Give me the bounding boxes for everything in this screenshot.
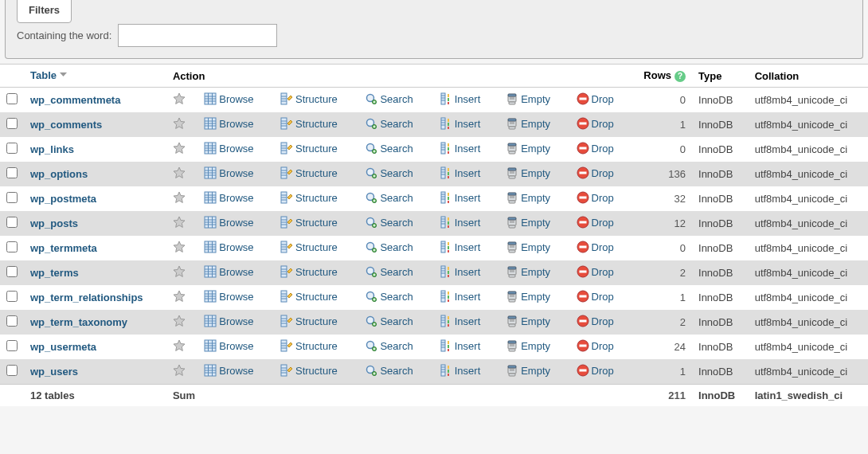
col-type[interactable]: Type bbox=[692, 65, 749, 88]
insert-action[interactable]: Insert bbox=[437, 191, 483, 204]
table-name-link[interactable]: wp_users bbox=[30, 366, 78, 378]
insert-action[interactable]: Insert bbox=[437, 364, 483, 377]
empty-action[interactable]: Empty bbox=[503, 241, 553, 253]
search-action[interactable]: Search bbox=[362, 142, 415, 155]
insert-action[interactable]: Insert bbox=[437, 117, 483, 130]
row-checkbox[interactable] bbox=[6, 291, 18, 302]
favorite-star-icon[interactable] bbox=[173, 244, 186, 256]
browse-action[interactable]: Browse bbox=[201, 92, 256, 105]
empty-action[interactable]: Empty bbox=[503, 191, 553, 204]
insert-action[interactable]: Insert bbox=[437, 166, 483, 179]
row-checkbox[interactable] bbox=[6, 365, 18, 376]
insert-action[interactable]: Insert bbox=[437, 142, 483, 155]
drop-action[interactable]: Drop bbox=[574, 142, 616, 155]
structure-action[interactable]: Structure bbox=[278, 166, 340, 179]
insert-action[interactable]: Insert bbox=[437, 339, 483, 352]
row-checkbox[interactable] bbox=[6, 217, 18, 228]
drop-action[interactable]: Drop bbox=[574, 364, 616, 377]
empty-action[interactable]: Empty bbox=[503, 166, 553, 179]
browse-action[interactable]: Browse bbox=[201, 166, 256, 179]
insert-action[interactable]: Insert bbox=[437, 265, 483, 278]
browse-action[interactable]: Browse bbox=[201, 216, 256, 229]
browse-action[interactable]: Browse bbox=[201, 117, 256, 130]
table-name-link[interactable]: wp_commentmeta bbox=[30, 94, 120, 106]
search-action[interactable]: Search bbox=[362, 241, 415, 253]
search-action[interactable]: Search bbox=[362, 166, 415, 179]
col-rows[interactable]: Rows? bbox=[630, 65, 692, 88]
favorite-star-icon[interactable] bbox=[173, 268, 186, 280]
empty-action[interactable]: Empty bbox=[503, 290, 553, 303]
favorite-star-icon[interactable] bbox=[173, 170, 186, 182]
favorite-star-icon[interactable] bbox=[173, 219, 186, 231]
filters-tab[interactable]: Filters bbox=[17, 0, 72, 23]
favorite-star-icon[interactable] bbox=[173, 96, 186, 108]
table-name-link[interactable]: wp_comments bbox=[30, 119, 102, 131]
structure-action[interactable]: Structure bbox=[278, 216, 340, 229]
favorite-star-icon[interactable] bbox=[173, 318, 186, 330]
empty-action[interactable]: Empty bbox=[503, 265, 553, 278]
structure-action[interactable]: Structure bbox=[278, 241, 340, 253]
favorite-star-icon[interactable] bbox=[173, 293, 186, 305]
table-name-link[interactable]: wp_usermeta bbox=[30, 341, 96, 353]
drop-action[interactable]: Drop bbox=[574, 92, 616, 105]
browse-action[interactable]: Browse bbox=[201, 290, 256, 303]
structure-action[interactable]: Structure bbox=[278, 290, 340, 303]
insert-action[interactable]: Insert bbox=[437, 290, 483, 303]
empty-action[interactable]: Empty bbox=[503, 315, 553, 327]
structure-action[interactable]: Structure bbox=[278, 117, 340, 130]
structure-action[interactable]: Structure bbox=[278, 142, 340, 155]
search-action[interactable]: Search bbox=[362, 265, 415, 278]
search-action[interactable]: Search bbox=[362, 315, 415, 327]
browse-action[interactable]: Browse bbox=[201, 339, 256, 352]
search-action[interactable]: Search bbox=[362, 117, 415, 130]
drop-action[interactable]: Drop bbox=[574, 191, 616, 204]
browse-action[interactable]: Browse bbox=[201, 191, 256, 204]
row-checkbox[interactable] bbox=[6, 340, 18, 351]
browse-action[interactable]: Browse bbox=[201, 142, 256, 155]
drop-action[interactable]: Drop bbox=[574, 216, 616, 229]
table-name-link[interactable]: wp_postmeta bbox=[30, 193, 96, 205]
table-name-link[interactable]: wp_term_relationships bbox=[30, 292, 143, 303]
empty-action[interactable]: Empty bbox=[503, 92, 553, 105]
table-name-link[interactable]: wp_term_taxonomy bbox=[30, 316, 127, 328]
browse-action[interactable]: Browse bbox=[201, 364, 256, 377]
drop-action[interactable]: Drop bbox=[574, 290, 616, 303]
browse-action[interactable]: Browse bbox=[201, 241, 256, 253]
search-action[interactable]: Search bbox=[362, 191, 415, 204]
empty-action[interactable]: Empty bbox=[503, 216, 553, 229]
search-action[interactable]: Search bbox=[362, 92, 415, 105]
row-checkbox[interactable] bbox=[6, 315, 18, 327]
favorite-star-icon[interactable] bbox=[173, 145, 186, 157]
structure-action[interactable]: Structure bbox=[278, 92, 340, 105]
table-name-link[interactable]: wp_posts bbox=[30, 217, 78, 229]
favorite-star-icon[interactable] bbox=[173, 120, 186, 132]
col-table[interactable]: Table bbox=[24, 65, 166, 88]
search-action[interactable]: Search bbox=[362, 290, 415, 303]
row-checkbox[interactable] bbox=[6, 118, 18, 129]
empty-action[interactable]: Empty bbox=[503, 364, 553, 377]
favorite-star-icon[interactable] bbox=[173, 194, 186, 206]
browse-action[interactable]: Browse bbox=[201, 315, 256, 327]
table-name-link[interactable]: wp_termmeta bbox=[30, 242, 97, 254]
structure-action[interactable]: Structure bbox=[278, 265, 340, 278]
empty-action[interactable]: Empty bbox=[503, 339, 553, 352]
insert-action[interactable]: Insert bbox=[437, 315, 483, 327]
structure-action[interactable]: Structure bbox=[278, 364, 340, 377]
insert-action[interactable]: Insert bbox=[437, 241, 483, 253]
drop-action[interactable]: Drop bbox=[574, 339, 616, 352]
favorite-star-icon[interactable] bbox=[173, 342, 186, 354]
insert-action[interactable]: Insert bbox=[437, 92, 483, 105]
drop-action[interactable]: Drop bbox=[574, 241, 616, 253]
empty-action[interactable]: Empty bbox=[503, 117, 553, 130]
row-checkbox[interactable] bbox=[6, 167, 18, 178]
drop-action[interactable]: Drop bbox=[574, 315, 616, 327]
table-name-link[interactable]: wp_links bbox=[30, 143, 74, 155]
row-checkbox[interactable] bbox=[6, 266, 18, 277]
drop-action[interactable]: Drop bbox=[574, 117, 616, 130]
search-action[interactable]: Search bbox=[362, 364, 415, 377]
search-action[interactable]: Search bbox=[362, 339, 415, 352]
row-checkbox[interactable] bbox=[6, 93, 18, 104]
drop-action[interactable]: Drop bbox=[574, 166, 616, 179]
search-action[interactable]: Search bbox=[362, 216, 415, 229]
col-collation[interactable]: Collation bbox=[749, 65, 868, 88]
